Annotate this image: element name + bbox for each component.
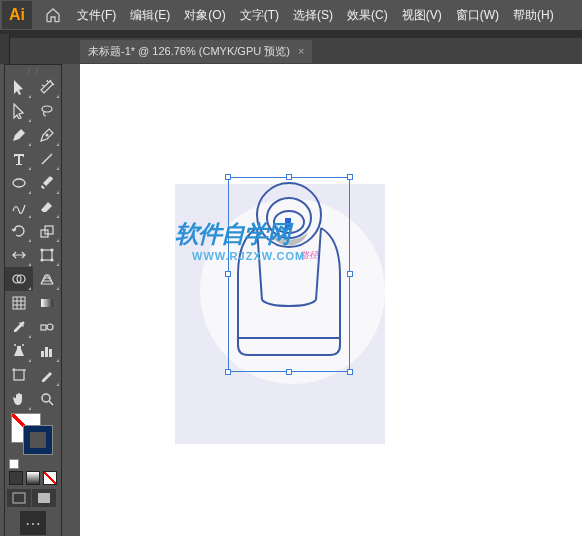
svg-point-3: [13, 179, 25, 187]
screen-mode-full[interactable]: [32, 489, 56, 507]
color-picker-area: [5, 411, 61, 459]
paintbrush-tool[interactable]: [33, 171, 61, 195]
menu-view[interactable]: 视图(V): [395, 1, 449, 29]
svg-point-10: [51, 259, 53, 261]
menu-type[interactable]: 文字(T): [233, 1, 286, 29]
svg-rect-6: [42, 250, 52, 260]
perspective-grid-tool[interactable]: [33, 267, 61, 291]
watermark-text: 软件自学网: [175, 222, 290, 246]
pen-tool[interactable]: [5, 123, 33, 147]
svg-line-31: [49, 401, 53, 405]
selection-handle-ne[interactable]: [347, 174, 353, 180]
edit-toolbar-button[interactable]: ⋯: [20, 511, 46, 535]
curvature-tool[interactable]: [33, 123, 61, 147]
column-graph-tool[interactable]: [33, 339, 61, 363]
watermark-url: WWW.RJZXW.COM: [192, 250, 305, 262]
svg-point-1: [46, 134, 48, 136]
home-icon[interactable]: [40, 2, 66, 28]
app-logo: Ai: [2, 1, 32, 29]
color-mode-none[interactable]: [43, 471, 57, 485]
free-transform-tool[interactable]: [33, 243, 61, 267]
control-bar: [0, 30, 582, 38]
selection-handle-nw[interactable]: [225, 174, 231, 180]
blend-tool[interactable]: [33, 315, 61, 339]
tab-title: 未标题-1* @ 126.76% (CMYK/GPU 预览): [88, 44, 290, 59]
svg-line-2: [42, 154, 52, 164]
rotate-tool[interactable]: [5, 219, 33, 243]
selection-handle-se[interactable]: [347, 369, 353, 375]
hand-tool[interactable]: [5, 387, 33, 411]
svg-point-8: [51, 249, 53, 251]
shape-builder-tool[interactable]: [5, 267, 33, 291]
svg-rect-19: [41, 325, 46, 330]
svg-rect-33: [38, 493, 50, 503]
selection-handle-sw[interactable]: [225, 369, 231, 375]
menu-bar: Ai 文件(F) 编辑(E) 对象(O) 文字(T) 选择(S) 效果(C) 视…: [0, 0, 582, 30]
swap-colors-row: [5, 459, 61, 469]
menu-window[interactable]: 窗口(W): [449, 1, 506, 29]
svg-point-0: [42, 106, 52, 112]
close-icon[interactable]: ×: [298, 45, 304, 57]
svg-rect-23: [41, 351, 44, 357]
menu-help[interactable]: 帮助(H): [506, 1, 561, 29]
svg-point-21: [14, 344, 16, 346]
gradient-tool[interactable]: [33, 291, 61, 315]
stroke-color-swatch[interactable]: [23, 425, 53, 455]
menu-select[interactable]: 选择(S): [286, 1, 340, 29]
toolbox: ⋮⋮: [4, 64, 62, 536]
menu-edit[interactable]: 编辑(E): [123, 1, 177, 29]
toolbox-grip[interactable]: ⋮⋮: [5, 65, 61, 75]
mesh-tool[interactable]: [5, 291, 33, 315]
symbol-sprayer-tool[interactable]: [5, 339, 33, 363]
svg-rect-18: [41, 299, 53, 307]
line-segment-tool[interactable]: [33, 147, 61, 171]
selection-handle-s[interactable]: [286, 369, 292, 375]
eyedropper-tool[interactable]: [5, 315, 33, 339]
selection-handle-n[interactable]: [286, 174, 292, 180]
svg-rect-25: [49, 349, 52, 357]
edit-toolbar-row: ⋯: [5, 509, 61, 536]
selection-bounding-box[interactable]: [228, 177, 350, 372]
svg-point-9: [41, 259, 43, 261]
eraser-tool[interactable]: [33, 195, 61, 219]
scale-tool[interactable]: [33, 219, 61, 243]
selection-handle-w[interactable]: [225, 271, 231, 277]
color-mode-solid[interactable]: [9, 471, 23, 485]
ellipse-tool[interactable]: [5, 171, 33, 195]
svg-rect-24: [45, 347, 48, 357]
svg-point-20: [47, 324, 53, 330]
color-mode-gradient[interactable]: [26, 471, 40, 485]
svg-point-7: [41, 249, 43, 251]
zoom-tool[interactable]: [33, 387, 61, 411]
default-colors-icon[interactable]: [9, 459, 19, 469]
color-mode-row: [5, 469, 61, 487]
menu-object[interactable]: 对象(O): [177, 1, 232, 29]
document-tab[interactable]: 未标题-1* @ 126.76% (CMYK/GPU 预览) ×: [80, 40, 312, 63]
menu-file[interactable]: 文件(F): [70, 1, 123, 29]
svg-point-30: [42, 394, 50, 402]
svg-point-22: [22, 344, 24, 346]
screen-mode-normal[interactable]: [7, 489, 31, 507]
shaper-tool[interactable]: [5, 195, 33, 219]
svg-rect-26: [14, 370, 24, 380]
magic-wand-tool[interactable]: [33, 75, 61, 99]
type-tool[interactable]: [5, 147, 33, 171]
slice-tool[interactable]: [33, 363, 61, 387]
control-strip: [0, 34, 10, 64]
artboard-tool[interactable]: [5, 363, 33, 387]
svg-rect-32: [13, 493, 25, 503]
width-tool[interactable]: [5, 243, 33, 267]
lasso-tool[interactable]: [33, 99, 61, 123]
menu-effect[interactable]: 效果(C): [340, 1, 395, 29]
document-tab-bar: 未标题-1* @ 126.76% (CMYK/GPU 预览) ×: [0, 38, 582, 64]
direct-selection-tool[interactable]: [5, 99, 33, 123]
svg-rect-13: [13, 297, 25, 309]
selection-handle-e[interactable]: [347, 271, 353, 277]
canvas[interactable]: 路径 软件自学网 WWW.RJZXW.COM: [80, 64, 582, 536]
workspace: ⋮⋮: [0, 64, 582, 536]
selection-tool[interactable]: [5, 75, 33, 99]
screen-mode-row: [5, 487, 61, 509]
